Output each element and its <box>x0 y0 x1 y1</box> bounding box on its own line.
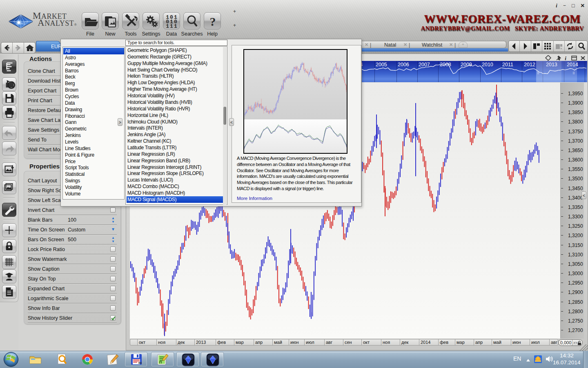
svg-text:64: 64 <box>138 361 142 364</box>
svg-text:?: ? <box>210 15 216 28</box>
svg-text:111: 111 <box>166 23 178 29</box>
svg-text:i: i <box>565 55 566 61</box>
svg-text:П: П <box>159 360 162 364</box>
